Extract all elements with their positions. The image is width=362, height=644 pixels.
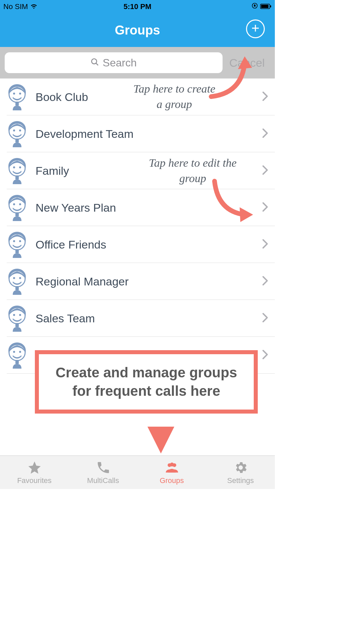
tab-label: Settings (227, 476, 254, 485)
avatar-icon (7, 231, 27, 258)
add-group-button[interactable] (246, 19, 265, 38)
group-name: Regional Manager (36, 275, 262, 288)
tab-settings[interactable]: Settings (206, 456, 275, 489)
carrier-text: No SIM (3, 2, 28, 11)
svg-rect-22 (15, 175, 19, 179)
group-name: Development Team (36, 127, 262, 141)
svg-point-10 (13, 93, 15, 95)
svg-point-25 (13, 203, 15, 205)
svg-rect-3 (270, 5, 271, 7)
svg-rect-2 (261, 5, 268, 8)
group-row[interactable]: Book Club (0, 78, 275, 115)
chevron-right-icon (262, 165, 268, 176)
search-input[interactable]: Search (5, 52, 223, 73)
group-name: Office Friends (36, 238, 262, 251)
tab-bar: FavouritesMultiCallsGroupsSettings (0, 455, 275, 489)
svg-point-45 (13, 351, 15, 353)
tab-label: Favourites (17, 476, 52, 485)
search-icon (90, 57, 99, 69)
avatar-icon (7, 305, 27, 332)
svg-point-26 (19, 203, 21, 205)
avatar-icon (7, 157, 27, 184)
chevron-right-icon (262, 276, 268, 287)
svg-rect-42 (15, 323, 19, 327)
group-row[interactable]: Regional Manager (0, 263, 275, 300)
svg-point-11 (19, 93, 21, 95)
svg-line-7 (96, 63, 99, 65)
navigation-bar: Groups (0, 13, 275, 47)
groups-icon (165, 460, 179, 475)
svg-point-31 (19, 240, 21, 242)
avatar-icon (7, 342, 27, 369)
svg-rect-47 (15, 360, 19, 364)
tab-label: Groups (160, 476, 184, 485)
callout-box: Create and manage groups for frequent ca… (35, 350, 258, 414)
chevron-right-icon (262, 91, 268, 103)
search-bar: Search Cancel (0, 47, 275, 78)
group-name: Book Club (36, 91, 262, 104)
group-row[interactable]: Family (0, 152, 275, 189)
page-title: Groups (115, 23, 160, 38)
svg-point-36 (19, 277, 21, 279)
svg-rect-37 (15, 286, 19, 290)
svg-point-30 (13, 240, 15, 242)
svg-point-21 (19, 166, 21, 168)
chevron-right-icon (262, 350, 268, 361)
svg-point-41 (19, 314, 21, 316)
clock: 5:10 PM (0, 2, 275, 11)
multicalls-icon (96, 460, 111, 475)
chevron-right-icon (262, 202, 268, 213)
group-name: New Years Plan (36, 201, 262, 214)
tab-multicalls[interactable]: MultiCalls (69, 456, 137, 489)
tab-label: MultiCalls (87, 476, 119, 485)
avatar-icon (7, 194, 27, 221)
group-row[interactable]: New Years Plan (0, 189, 275, 226)
chevron-right-icon (262, 313, 268, 324)
svg-point-6 (92, 59, 97, 64)
group-name: Sales Team (36, 312, 262, 325)
svg-point-35 (13, 277, 15, 279)
group-row[interactable]: Office Friends (0, 226, 275, 263)
group-row[interactable]: Sales Team (0, 300, 275, 337)
search-placeholder: Search (103, 57, 136, 69)
svg-point-46 (19, 351, 21, 353)
chevron-right-icon (262, 239, 268, 250)
battery-icon (260, 2, 272, 11)
avatar-icon (7, 84, 27, 110)
svg-point-40 (13, 314, 15, 316)
tab-favourites[interactable]: Favourites (0, 456, 69, 489)
settings-icon (233, 460, 248, 475)
svg-point-16 (19, 129, 21, 131)
plus-icon (250, 23, 260, 35)
orientation-lock-icon (251, 2, 258, 11)
group-row[interactable]: Development Team (0, 115, 275, 152)
favourites-icon (27, 460, 42, 475)
avatar-icon (7, 120, 27, 147)
chevron-right-icon (262, 128, 268, 140)
cancel-button[interactable]: Cancel (229, 56, 265, 69)
callout-pointer-icon (147, 427, 174, 453)
svg-point-15 (13, 129, 15, 131)
avatar-icon (7, 268, 27, 295)
svg-rect-27 (15, 212, 19, 216)
svg-rect-17 (15, 139, 19, 143)
svg-point-50 (170, 462, 174, 466)
callout-text: Create and manage groups for frequent ca… (45, 364, 248, 400)
status-bar: No SIM 5:10 PM (0, 0, 275, 13)
wifi-icon (30, 2, 38, 12)
group-name: Family (36, 164, 262, 177)
svg-rect-32 (15, 249, 19, 253)
tab-groups[interactable]: Groups (137, 456, 206, 489)
svg-point-20 (13, 166, 15, 168)
svg-rect-12 (15, 102, 19, 106)
